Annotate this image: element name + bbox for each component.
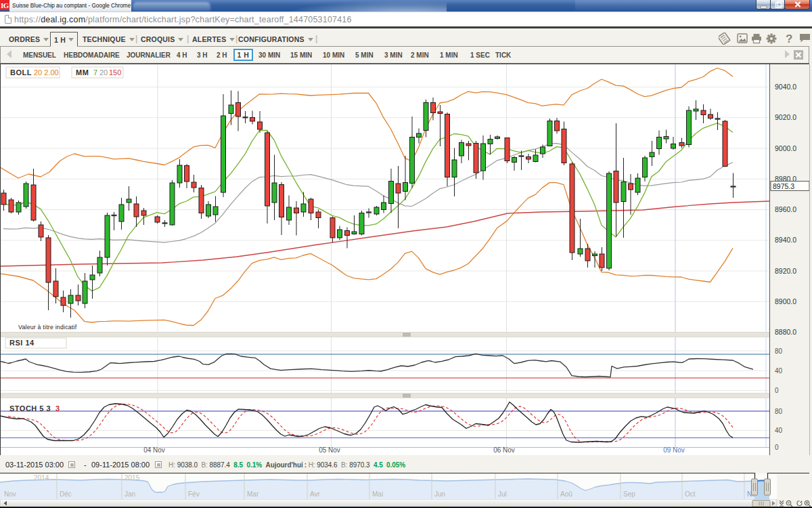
- svg-text:9000.0: 9000.0: [775, 144, 796, 152]
- svg-text:40: 40: [775, 427, 783, 434]
- svg-text:150: 150: [109, 68, 121, 77]
- svg-text:40: 40: [775, 367, 783, 375]
- svg-text:2015: 2015: [125, 474, 140, 482]
- svg-text:Jan: Jan: [125, 490, 135, 498]
- svg-text:MM: MM: [76, 68, 89, 77]
- svg-text:Mar: Mar: [247, 490, 259, 498]
- svg-text:Jul: Jul: [498, 490, 507, 498]
- svg-text:8880.0: 8880.0: [775, 328, 796, 336]
- svg-text:BOLL: BOLL: [10, 68, 32, 77]
- svg-text:8975.3: 8975.3: [773, 182, 794, 190]
- svg-text:8960.0: 8960.0: [775, 205, 796, 213]
- svg-text:20: 20: [99, 68, 108, 77]
- svg-text:80: 80: [775, 408, 783, 415]
- svg-text:0: 0: [775, 387, 779, 394]
- svg-text:STOCH 5 3: STOCH 5 3: [9, 404, 51, 412]
- svg-text:Sep: Sep: [623, 490, 635, 498]
- svg-text:Avr: Avr: [310, 490, 320, 498]
- svg-text:2014: 2014: [34, 474, 49, 482]
- svg-text:8940.0: 8940.0: [775, 236, 796, 244]
- svg-text:Oct: Oct: [685, 490, 696, 498]
- svg-text:20 2.00: 20 2.00: [34, 68, 59, 77]
- svg-text:9040.0: 9040.0: [775, 83, 796, 91]
- svg-text:04 Nov: 04 Nov: [143, 446, 165, 454]
- svg-text:RSI 14: RSI 14: [9, 339, 35, 347]
- svg-text:Fév: Fév: [188, 490, 200, 498]
- svg-text:Valeur à titre indicatif: Valeur à titre indicatif: [18, 324, 77, 331]
- svg-text:3: 3: [55, 404, 60, 412]
- svg-text:09 Nov: 09 Nov: [663, 446, 685, 454]
- svg-text:05 Nov: 05 Nov: [319, 446, 340, 454]
- svg-text:Nov: Nov: [4, 490, 16, 498]
- svg-text:06 Nov: 06 Nov: [493, 446, 515, 454]
- svg-text:0: 0: [775, 444, 779, 451]
- svg-text:Mai: Mai: [372, 490, 383, 498]
- svg-text:8900.0: 8900.0: [775, 297, 796, 305]
- svg-text:80: 80: [775, 347, 783, 355]
- svg-text:8920.0: 8920.0: [775, 267, 796, 275]
- svg-text:Jun: Jun: [434, 490, 445, 498]
- svg-text:7: 7: [93, 68, 97, 77]
- svg-text:Aoû: Aoû: [560, 490, 572, 498]
- svg-text:9020.0: 9020.0: [775, 113, 796, 121]
- svg-text:Déc: Déc: [60, 490, 72, 498]
